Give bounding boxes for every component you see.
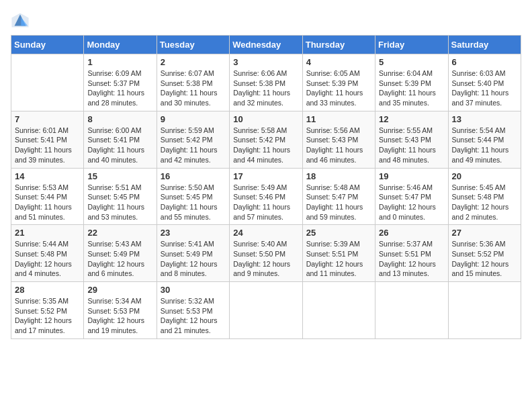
calendar-cell: 27Sunrise: 5:36 AM Sunset: 5:52 PM Dayli… (448, 225, 521, 282)
day-number: 28 (15, 285, 80, 295)
calendar-cell: 22Sunrise: 5:43 AM Sunset: 5:49 PM Dayli… (84, 225, 157, 282)
header-row: SundayMondayTuesdayWednesdayThursdayFrid… (11, 36, 521, 54)
cell-content: Sunrise: 5:40 AM Sunset: 5:50 PM Dayligh… (233, 239, 298, 279)
cell-content: Sunrise: 5:35 AM Sunset: 5:52 PM Dayligh… (15, 296, 80, 336)
cell-content: Sunrise: 5:55 AM Sunset: 5:43 PM Dayligh… (379, 126, 444, 165)
calendar-cell: 4Sunrise: 6:05 AM Sunset: 5:39 PM Daylig… (302, 54, 375, 111)
calendar-cell: 10Sunrise: 5:58 AM Sunset: 5:42 PM Dayli… (230, 111, 302, 168)
week-row-5: 28Sunrise: 5:35 AM Sunset: 5:52 PM Dayli… (11, 282, 521, 339)
cell-content: Sunrise: 5:56 AM Sunset: 5:43 PM Dayligh… (306, 126, 371, 165)
week-row-1: 1Sunrise: 6:09 AM Sunset: 5:37 PM Daylig… (11, 54, 521, 111)
cell-content: Sunrise: 5:54 AM Sunset: 5:44 PM Dayligh… (452, 126, 517, 165)
cell-content: Sunrise: 5:59 AM Sunset: 5:42 PM Dayligh… (161, 126, 226, 165)
day-number: 30 (161, 285, 226, 295)
cell-content: Sunrise: 6:06 AM Sunset: 5:38 PM Dayligh… (233, 68, 298, 108)
day-number: 29 (87, 285, 152, 295)
calendar-cell: 6Sunrise: 6:03 AM Sunset: 5:40 PM Daylig… (448, 54, 521, 111)
calendar-cell: 26Sunrise: 5:37 AM Sunset: 5:51 PM Dayli… (375, 225, 448, 282)
calendar-cell: 19Sunrise: 5:46 AM Sunset: 5:47 PM Dayli… (375, 168, 448, 225)
calendar-header: SundayMondayTuesdayWednesdayThursdayFrid… (11, 36, 521, 54)
cell-content: Sunrise: 5:43 AM Sunset: 5:49 PM Dayligh… (87, 239, 152, 279)
cell-content: Sunrise: 5:49 AM Sunset: 5:46 PM Dayligh… (233, 183, 298, 222)
calendar-cell: 20Sunrise: 5:45 AM Sunset: 5:48 PM Dayli… (448, 168, 521, 225)
cell-content: Sunrise: 5:37 AM Sunset: 5:51 PM Dayligh… (379, 239, 444, 279)
calendar-cell (11, 54, 84, 111)
logo-icon (11, 11, 30, 30)
calendar-cell: 11Sunrise: 5:56 AM Sunset: 5:43 PM Dayli… (302, 111, 375, 168)
day-number: 21 (15, 228, 80, 238)
calendar-cell: 2Sunrise: 6:07 AM Sunset: 5:38 PM Daylig… (157, 54, 229, 111)
day-number: 5 (379, 57, 444, 67)
header-cell-sunday: Sunday (11, 36, 84, 54)
cell-content: Sunrise: 5:36 AM Sunset: 5:52 PM Dayligh… (452, 239, 517, 279)
day-number: 16 (161, 171, 226, 181)
calendar-cell: 17Sunrise: 5:49 AM Sunset: 5:46 PM Dayli… (230, 168, 302, 225)
day-number: 3 (233, 57, 298, 67)
day-number: 2 (161, 57, 226, 67)
calendar-cell: 14Sunrise: 5:53 AM Sunset: 5:44 PM Dayli… (11, 168, 84, 225)
day-number: 12 (379, 114, 444, 124)
calendar-cell: 9Sunrise: 5:59 AM Sunset: 5:42 PM Daylig… (157, 111, 229, 168)
cell-content: Sunrise: 5:53 AM Sunset: 5:44 PM Dayligh… (15, 183, 80, 222)
cell-content: Sunrise: 6:01 AM Sunset: 5:41 PM Dayligh… (15, 126, 80, 165)
calendar-cell (448, 282, 521, 339)
day-number: 1 (87, 57, 152, 67)
calendar-cell (230, 282, 302, 339)
header-cell-thursday: Thursday (302, 36, 375, 54)
week-row-4: 21Sunrise: 5:44 AM Sunset: 5:48 PM Dayli… (11, 225, 521, 282)
calendar-body: 1Sunrise: 6:09 AM Sunset: 5:37 PM Daylig… (11, 54, 521, 339)
day-number: 15 (87, 171, 152, 181)
week-row-2: 7Sunrise: 6:01 AM Sunset: 5:41 PM Daylig… (11, 111, 521, 168)
day-number: 22 (87, 228, 152, 238)
day-number: 26 (379, 228, 444, 238)
calendar-cell: 13Sunrise: 5:54 AM Sunset: 5:44 PM Dayli… (448, 111, 521, 168)
page-header (11, 11, 521, 30)
calendar-cell: 15Sunrise: 5:51 AM Sunset: 5:45 PM Dayli… (84, 168, 157, 225)
calendar-cell: 25Sunrise: 5:39 AM Sunset: 5:51 PM Dayli… (302, 225, 375, 282)
cell-content: Sunrise: 6:05 AM Sunset: 5:39 PM Dayligh… (306, 68, 371, 108)
day-number: 4 (306, 57, 371, 67)
calendar-cell: 12Sunrise: 5:55 AM Sunset: 5:43 PM Dayli… (375, 111, 448, 168)
header-cell-tuesday: Tuesday (157, 36, 229, 54)
calendar-cell (375, 282, 448, 339)
header-cell-friday: Friday (375, 36, 448, 54)
day-number: 27 (452, 228, 517, 238)
cell-content: Sunrise: 5:45 AM Sunset: 5:48 PM Dayligh… (452, 183, 517, 222)
cell-content: Sunrise: 6:00 AM Sunset: 5:41 PM Dayligh… (87, 126, 152, 165)
day-number: 11 (306, 114, 371, 124)
day-number: 8 (87, 114, 152, 124)
cell-content: Sunrise: 5:46 AM Sunset: 5:47 PM Dayligh… (379, 183, 444, 222)
calendar-cell: 1Sunrise: 6:09 AM Sunset: 5:37 PM Daylig… (84, 54, 157, 111)
day-number: 23 (161, 228, 226, 238)
cell-content: Sunrise: 5:39 AM Sunset: 5:51 PM Dayligh… (306, 239, 371, 279)
day-number: 6 (452, 57, 517, 67)
cell-content: Sunrise: 5:48 AM Sunset: 5:47 PM Dayligh… (306, 183, 371, 222)
header-cell-wednesday: Wednesday (230, 36, 302, 54)
cell-content: Sunrise: 5:58 AM Sunset: 5:42 PM Dayligh… (233, 126, 298, 165)
calendar-cell: 8Sunrise: 6:00 AM Sunset: 5:41 PM Daylig… (84, 111, 157, 168)
week-row-3: 14Sunrise: 5:53 AM Sunset: 5:44 PM Dayli… (11, 168, 521, 225)
cell-content: Sunrise: 6:03 AM Sunset: 5:40 PM Dayligh… (452, 68, 517, 108)
calendar-cell: 30Sunrise: 5:32 AM Sunset: 5:53 PM Dayli… (157, 282, 229, 339)
calendar-cell: 29Sunrise: 5:34 AM Sunset: 5:53 PM Dayli… (84, 282, 157, 339)
calendar-cell: 28Sunrise: 5:35 AM Sunset: 5:52 PM Dayli… (11, 282, 84, 339)
day-number: 24 (233, 228, 298, 238)
day-number: 18 (306, 171, 371, 181)
cell-content: Sunrise: 5:50 AM Sunset: 5:45 PM Dayligh… (161, 183, 226, 222)
header-cell-monday: Monday (84, 36, 157, 54)
header-cell-saturday: Saturday (448, 36, 521, 54)
day-number: 10 (233, 114, 298, 124)
day-number: 19 (379, 171, 444, 181)
calendar-cell: 7Sunrise: 6:01 AM Sunset: 5:41 PM Daylig… (11, 111, 84, 168)
calendar-cell (302, 282, 375, 339)
cell-content: Sunrise: 5:34 AM Sunset: 5:53 PM Dayligh… (87, 296, 152, 336)
calendar-cell: 3Sunrise: 6:06 AM Sunset: 5:38 PM Daylig… (230, 54, 302, 111)
calendar-cell: 5Sunrise: 6:04 AM Sunset: 5:39 PM Daylig… (375, 54, 448, 111)
cell-content: Sunrise: 5:51 AM Sunset: 5:45 PM Dayligh… (87, 183, 152, 222)
calendar-cell: 18Sunrise: 5:48 AM Sunset: 5:47 PM Dayli… (302, 168, 375, 225)
cell-content: Sunrise: 6:04 AM Sunset: 5:39 PM Dayligh… (379, 68, 444, 108)
calendar-cell: 16Sunrise: 5:50 AM Sunset: 5:45 PM Dayli… (157, 168, 229, 225)
day-number: 25 (306, 228, 371, 238)
cell-content: Sunrise: 6:07 AM Sunset: 5:38 PM Dayligh… (161, 68, 226, 108)
calendar-table: SundayMondayTuesdayWednesdayThursdayFrid… (11, 35, 521, 339)
